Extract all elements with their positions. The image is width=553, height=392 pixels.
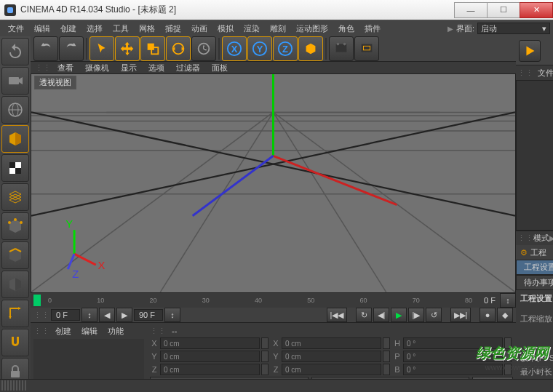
y-axis-toggle[interactable]: Y [247, 36, 272, 61]
close-button[interactable]: ✕ [520, 2, 553, 18]
menu-edit[interactable]: 编辑 [29, 23, 55, 34]
goto-end-button[interactable]: ▶▶| [450, 308, 471, 322]
next-key-button[interactable]: ▶ [116, 308, 132, 322]
move-tool[interactable] [115, 36, 140, 61]
frame-cur-input[interactable]: 90 F [134, 309, 163, 321]
menu-mograph[interactable]: 运动图形 [291, 23, 333, 34]
svg-rect-6 [15, 168, 21, 174]
poly-mode-icon[interactable] [1, 271, 29, 298]
menu-character[interactable]: 角色 [333, 23, 359, 34]
object-tree[interactable] [516, 80, 553, 231]
edge-mode-icon[interactable] [1, 241, 29, 269]
globe-icon[interactable] [1, 96, 29, 124]
pos-x-input[interactable] [160, 337, 260, 349]
render-button[interactable] [329, 36, 354, 61]
render-pv-button[interactable] [519, 40, 541, 62]
coord-edit[interactable]: 编辑 [77, 326, 102, 337]
attr-mode[interactable]: 模式 [533, 233, 549, 244]
view-camera[interactable]: 摄像机 [80, 63, 114, 73]
menu-create[interactable]: 创建 [55, 23, 81, 34]
svg-point-7 [14, 218, 17, 221]
loop-button[interactable]: ↻ [356, 308, 372, 322]
frame-cur-spin[interactable]: ↕ [164, 308, 180, 322]
svg-point-23 [343, 43, 346, 46]
select-tool[interactable] [89, 36, 114, 61]
tab-todo[interactable]: 待办事项 [516, 275, 553, 290]
point-mode-icon[interactable] [1, 212, 29, 240]
menu-sculpt[interactable]: 雕刻 [265, 23, 291, 34]
menu-render[interactable]: 渲染 [239, 23, 265, 34]
workplane-icon[interactable] [1, 183, 29, 211]
frame-start-input[interactable]: 0 F [51, 309, 80, 321]
play-button[interactable]: ▶ [391, 308, 407, 322]
menu-plugins[interactable]: 插件 [359, 23, 386, 34]
recent-tool[interactable] [191, 36, 216, 61]
rot-b-input[interactable] [403, 364, 503, 375]
undo-button[interactable] [1, 38, 29, 65]
gear-icon: ⚙ [520, 248, 528, 257]
redo-tool[interactable] [59, 36, 84, 61]
svg-text:Y: Y [65, 219, 73, 231]
viewport[interactable]: 透视视图 [31, 73, 516, 293]
view-filter[interactable]: 过滤器 [171, 63, 205, 73]
frame-start-spin[interactable]: ↕ [81, 308, 98, 322]
menu-file[interactable]: 文件 [3, 23, 29, 34]
autokey-button[interactable]: ◆ [497, 308, 513, 322]
svg-text:Z: Z [72, 268, 79, 280]
coord-func[interactable]: 功能 [103, 326, 128, 337]
z-axis-toggle[interactable]: Z [273, 36, 298, 61]
undo-tool[interactable] [33, 36, 58, 61]
size-x-input[interactable] [282, 337, 381, 349]
rot-p-input[interactable] [403, 351, 503, 362]
viewport-menu: ⋮⋮ 查看 摄像机 显示 选项 过滤器 面板 [31, 62, 516, 73]
size-z-input[interactable] [282, 364, 381, 375]
view-options[interactable]: 选项 [143, 63, 170, 73]
model-mode-icon[interactable] [1, 125, 29, 153]
view-display[interactable]: 显示 [116, 63, 142, 73]
menu-anim[interactable]: 动画 [186, 23, 212, 34]
om-file[interactable]: 文件 [533, 68, 553, 79]
attr-menu: ⋮⋮ 模式 ▶ ◀ ▶ ▲ 🔒 ⊞ [516, 231, 553, 245]
menu-mesh[interactable]: 网格 [134, 23, 160, 34]
pos-y-input[interactable] [160, 351, 260, 362]
svg-point-8 [20, 221, 23, 224]
rot-h-input[interactable] [403, 337, 503, 349]
maximize-button[interactable]: ☐ [487, 2, 520, 18]
record-button[interactable]: ● [480, 308, 496, 322]
loop2-button[interactable]: ↺ [426, 308, 442, 322]
step-fwd-button[interactable]: |▶ [408, 308, 424, 322]
texture-mode-icon[interactable] [1, 154, 29, 182]
rotate-tool[interactable] [166, 36, 191, 61]
tab-project-settings[interactable]: 工程设置 [516, 260, 553, 275]
attr-section-title: 工程设置 [520, 293, 553, 304]
step-back-button[interactable]: ◀| [373, 308, 389, 322]
layout-select[interactable]: 启动▾ [477, 23, 550, 34]
menu-snap[interactable]: 捕捉 [160, 23, 186, 34]
view-view[interactable]: 查看 [52, 63, 79, 73]
view-panel[interactable]: 面板 [207, 63, 233, 73]
menu-tools[interactable]: 工具 [108, 23, 134, 34]
timeline-marker[interactable] [33, 295, 41, 306]
pos-z-input[interactable] [160, 364, 260, 375]
snap-icon[interactable] [1, 329, 29, 356]
timeline[interactable]: 01020 304050 607080 0 F ↕ [31, 293, 516, 308]
menu-select[interactable]: 选择 [81, 23, 108, 34]
gripper-icon[interactable] [1, 380, 28, 391]
scale-tool[interactable] [140, 36, 165, 61]
prev-key-button[interactable]: ◀ [99, 308, 115, 322]
layout-arrow-icon: ▶ [447, 25, 453, 33]
coord-system-toggle[interactable] [298, 36, 323, 61]
coord-create[interactable]: 创建 [51, 326, 76, 337]
axis-mode-icon[interactable] [1, 300, 29, 327]
svg-text:X: X [98, 260, 106, 271]
x-axis-toggle[interactable]: X [222, 36, 247, 61]
menubar: 文件 编辑 创建 选择 工具 网格 捕捉 动画 模拟 渲染 雕刻 运动图形 角色… [0, 20, 553, 36]
minimize-button[interactable]: — [454, 2, 488, 18]
camera-icon[interactable] [1, 67, 29, 95]
render-region-button[interactable] [354, 36, 379, 61]
size-y-input[interactable] [282, 351, 381, 362]
goto-start-button[interactable]: |◀◀ [327, 308, 347, 322]
menu-sim[interactable]: 模拟 [212, 23, 239, 34]
timeline-end: 0 F [480, 296, 500, 305]
timeline-spin[interactable]: ↕ [500, 293, 516, 308]
